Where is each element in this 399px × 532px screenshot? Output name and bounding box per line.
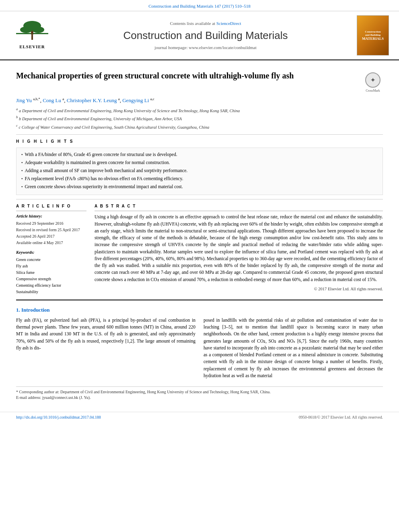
- article-info-heading: A R T I C L E I N F O: [16, 203, 86, 209]
- cover-title-text: Constructionand Building MATERIALS: [362, 30, 384, 41]
- corresponding-author-note: * Corresponding author at: Department of…: [16, 389, 383, 395]
- journal-cover-area: Constructionand Building MATERIALS: [355, 15, 391, 55]
- highlight-text-4: FA replacement level (FA/b ≤80%) has no …: [25, 175, 183, 182]
- journal-ref-text: Construction and Building Materials 147 …: [148, 4, 251, 8]
- journal-homepage: journal homepage: www.elsevier.com/locat…: [60, 45, 351, 51]
- abstract-heading: A B S T R A C T: [95, 203, 383, 209]
- bullet-2: •: [21, 160, 23, 166]
- bullet-5: •: [21, 184, 23, 190]
- highlight-item-1: • With a FA/binder of 80%, Grade 45 gree…: [21, 151, 378, 158]
- email-text: E-mail address: jyuad@connect.ust.hk (J.…: [16, 395, 90, 400]
- svg-rect-6: [31, 35, 33, 40]
- crossmark-area[interactable]: ✦ CrossMark: [363, 72, 383, 93]
- available-date: Available online 4 May 2017: [16, 240, 86, 246]
- intro-number: 1.: [16, 307, 20, 313]
- highlights-box: • With a FA/binder of 80%, Grade 45 gree…: [16, 148, 383, 195]
- highlights-section: H I G H L I G H T S • With a FA/binder o…: [16, 139, 383, 195]
- elsevier-wordmark: ELSEVIER: [19, 44, 45, 50]
- bullet-3: •: [21, 168, 23, 174]
- elsevier-logo: ELSEVIER: [14, 21, 50, 50]
- divider-thick: [16, 300, 383, 300]
- highlight-item-4: • FA replacement level (FA/b ≤80%) has n…: [21, 175, 378, 182]
- keyword-1: Green concrete: [16, 257, 86, 263]
- highlight-text-1: With a FA/binder of 80%, Grade 45 green …: [25, 151, 177, 158]
- article-title-section: Mechanical properties of green structura…: [16, 66, 383, 93]
- divider-2: [16, 199, 383, 199]
- crossmark-icon: ✦: [365, 72, 380, 88]
- svg-point-4: [32, 27, 44, 33]
- bullet-1: •: [21, 152, 23, 158]
- divider-1: [16, 134, 383, 135]
- journal-cover: Constructionand Building MATERIALS: [357, 15, 389, 55]
- article-content: Mechanical properties of green structura…: [0, 60, 399, 409]
- journal-reference: Construction and Building Materials 147 …: [0, 0, 399, 11]
- copyright-line: © 2017 Elsevier Ltd. All rights reserved…: [95, 286, 383, 292]
- cover-materials-text: MATERIALS: [362, 37, 384, 41]
- page: Construction and Building Materials 147 …: [0, 0, 399, 532]
- intro-left-para: Fly ash (FA), or pulverized fuel ash (PF…: [16, 317, 195, 351]
- intro-right-para: posed in landfills with the potential ri…: [204, 317, 383, 379]
- affiliations: a a Department of Civil and Environmenta…: [16, 107, 383, 130]
- highlight-item-5: • Green concrete shows obvious superiori…: [21, 183, 378, 190]
- keywords-title: Keywords:: [16, 250, 86, 256]
- highlight-item-3: • Adding a small amount of SF can improv…: [21, 167, 378, 174]
- highlights-heading: H I G H L I G H T S: [16, 139, 383, 144]
- issn-text: 0950-0618/© 2017 Elsevier Ltd. All right…: [299, 415, 383, 420]
- author-jing-yu[interactable]: Jing Yu: [16, 97, 32, 103]
- affiliation-b: b b Department of Civil and Environmenta…: [16, 115, 383, 122]
- revised-date: Received in revised form 25 April 2017: [16, 227, 86, 233]
- footnote-area: * Corresponding author at: Department of…: [16, 386, 383, 401]
- abstract-col: A B S T R A C T Using a high dosage of f…: [95, 203, 383, 295]
- journal-header-center: Contents lists available at ScienceDirec…: [60, 21, 351, 51]
- highlight-text-3: Adding a small amount of SF can improve …: [25, 167, 188, 174]
- divider-info: [16, 211, 86, 211]
- intro-body: Fly ash (FA), or pulverized fuel ash (PF…: [16, 317, 383, 382]
- keywords-section: Keywords: Green concrete Fly ash Silica …: [16, 250, 86, 295]
- divider-abstract: [95, 211, 383, 211]
- highlight-text-2: Adequate workability is maintained in gr…: [25, 159, 170, 166]
- svg-point-3: [20, 27, 32, 33]
- keyword-2: Fly ash: [16, 263, 86, 269]
- affiliation-c: c c College of Water Conservancy and Civ…: [16, 123, 383, 130]
- sciencedirect-link[interactable]: ScienceDirect: [216, 21, 241, 26]
- intro-title: Introduction: [21, 307, 50, 313]
- introduction-heading: 1. Introduction: [16, 306, 383, 314]
- abstract-text: Using a high dosage of fly ash in concre…: [95, 214, 383, 283]
- intro-right-col: posed in landfills with the potential ri…: [204, 317, 383, 382]
- elsevier-logo-area: ELSEVIER: [8, 21, 56, 50]
- authors-line: Jing Yu a,b,*, Cong Lu a, Christopher K.…: [16, 97, 383, 105]
- article-title: Mechanical properties of green structura…: [16, 70, 357, 81]
- keyword-6: Sustainability: [16, 289, 86, 295]
- affiliation-a: a a Department of Civil and Environmenta…: [16, 107, 383, 114]
- journal-title: Construction and Building Materials: [60, 28, 351, 43]
- author-christopher-leung[interactable]: Christopher K.Y. Leung: [67, 97, 117, 103]
- journal-header: ELSEVIER Contents lists available at Sci…: [0, 11, 399, 60]
- keyword-5: Cementing efficiency factor: [16, 283, 86, 288]
- crossmark-label: CrossMark: [366, 88, 380, 93]
- bullet-4: •: [21, 176, 23, 182]
- received-date: Received 29 September 2016: [16, 221, 86, 226]
- footer: http://dx.doi.org/10.1016/j.conbuildmat.…: [0, 412, 399, 423]
- email-note: E-mail address: jyuad@connect.ust.hk (J.…: [16, 395, 383, 401]
- article-info-abstract-row: A R T I C L E I N F O Article history: R…: [16, 203, 383, 295]
- doi-link[interactable]: http://dx.doi.org/10.1016/j.conbuildmat.…: [16, 415, 101, 420]
- article-info-col: A R T I C L E I N F O Article history: R…: [16, 203, 86, 295]
- article-history: Article history: Received 29 September 2…: [16, 214, 86, 246]
- accepted-date: Accepted 26 April 2017: [16, 234, 86, 239]
- author-gengying-li[interactable]: Gengying Li: [122, 97, 149, 103]
- history-title: Article history:: [16, 214, 86, 220]
- keyword-4: Compressive strength: [16, 276, 86, 282]
- svg-point-5: [31, 33, 33, 35]
- introduction-section: 1. Introduction Fly ash (FA), or pulveri…: [16, 306, 383, 382]
- keyword-3: Silica fume: [16, 270, 86, 275]
- highlight-text-5: Green concrete shows obvious superiority…: [25, 183, 183, 190]
- highlight-item-2: • Adequate workability is maintained in …: [21, 159, 378, 166]
- author-cong-lu[interactable]: Cong Lu: [43, 97, 61, 103]
- elsevier-tree-icon: [14, 21, 50, 43]
- sciencedirect-label: Contents lists available at: [170, 21, 215, 26]
- intro-left-col: Fly ash (FA), or pulverized fuel ash (PF…: [16, 317, 195, 382]
- sciencedirect-line: Contents lists available at ScienceDirec…: [60, 21, 351, 27]
